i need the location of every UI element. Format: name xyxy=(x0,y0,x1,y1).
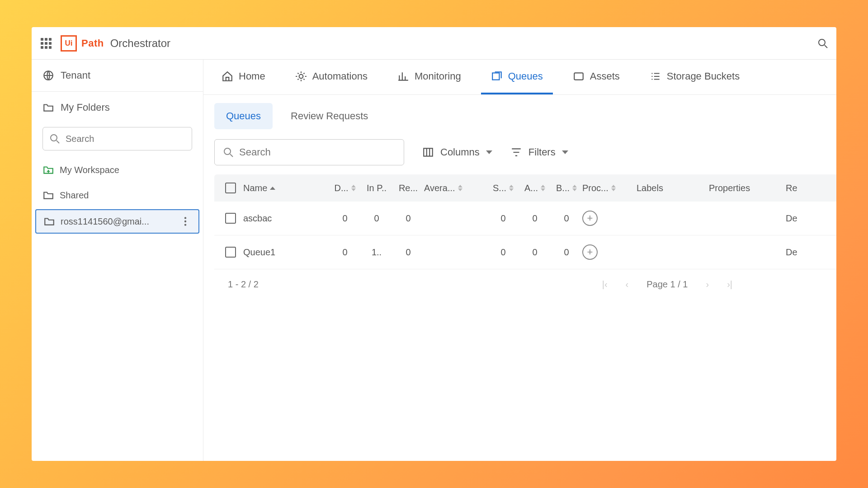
tenant-label: Tenant xyxy=(61,70,90,81)
svg-rect-13 xyxy=(424,148,433,156)
assets-icon xyxy=(573,70,585,82)
svg-rect-9 xyxy=(492,73,499,80)
kebab-icon[interactable] xyxy=(179,216,191,227)
nav-tabs: Home Automations Monitoring Queues Asset… xyxy=(203,60,836,95)
col-s[interactable]: S... xyxy=(487,183,519,193)
cell: 0 xyxy=(564,213,569,224)
chevron-down-icon xyxy=(486,150,492,154)
cell: 0 xyxy=(532,247,537,258)
tab-home[interactable]: Home xyxy=(212,60,275,94)
sidebar-search-input[interactable] xyxy=(66,134,185,144)
sidebar-item-shared[interactable]: Shared xyxy=(35,184,199,206)
table-search[interactable] xyxy=(214,139,404,165)
subtab-review-requests[interactable]: Review Requests xyxy=(279,103,380,129)
cell: 0 xyxy=(500,213,505,224)
col-inp[interactable]: In P.. xyxy=(361,183,392,193)
sort-icon xyxy=(611,185,616,191)
cell: De xyxy=(786,213,797,224)
app-title: Orchestrator xyxy=(110,37,170,50)
sidebar-tenant[interactable]: Tenant xyxy=(32,60,203,92)
col-re[interactable]: Re... xyxy=(392,183,424,193)
sort-asc-icon xyxy=(270,187,275,190)
columns-label: Columns xyxy=(440,146,480,158)
global-search-icon[interactable] xyxy=(817,38,828,49)
filter-icon xyxy=(510,146,522,158)
svg-point-8 xyxy=(299,74,303,78)
cell: 0 xyxy=(342,213,347,224)
sidebar-search[interactable] xyxy=(42,127,192,150)
folder-icon xyxy=(42,189,54,201)
tab-automations[interactable]: Automations xyxy=(285,60,377,94)
table-search-input[interactable] xyxy=(239,146,396,158)
row-checkbox[interactable] xyxy=(218,247,243,258)
add-process-icon[interactable]: + xyxy=(582,211,598,226)
sidebar-my-folders[interactable]: My Folders xyxy=(32,92,203,123)
add-process-icon[interactable]: + xyxy=(582,244,598,260)
col-labels[interactable]: Labels xyxy=(637,183,709,193)
filters-button[interactable]: Filters xyxy=(510,146,568,158)
col-a[interactable]: A... xyxy=(519,183,551,193)
pager-last-icon[interactable]: ›| xyxy=(727,279,732,290)
svg-point-0 xyxy=(819,39,825,46)
folder-label: My Workspace xyxy=(60,165,119,175)
main: Home Automations Monitoring Queues Asset… xyxy=(203,60,836,461)
pager-first-icon[interactable]: |‹ xyxy=(602,279,608,290)
svg-line-1 xyxy=(825,45,827,48)
sort-icon xyxy=(458,185,462,191)
toolbar: Columns Filters xyxy=(203,133,836,174)
body: Tenant My Folders My Workspace Shared xyxy=(32,60,836,461)
pager-page: Page 1 / 1 xyxy=(646,279,688,290)
workspace-icon xyxy=(42,164,54,176)
sidebar-item-user-folder[interactable]: ross1141560@gmai... xyxy=(35,209,199,234)
col-avg[interactable]: Avera... xyxy=(424,183,487,193)
uipath-logo-icon: Ui xyxy=(61,35,77,52)
my-folders-label: My Folders xyxy=(61,102,110,113)
tab-queues[interactable]: Queues xyxy=(481,60,553,94)
subtab-queues[interactable]: Queues xyxy=(214,103,273,129)
svg-point-7 xyxy=(184,224,186,225)
columns-button[interactable]: Columns xyxy=(422,146,492,158)
gear-icon xyxy=(295,70,307,82)
col-proc[interactable]: Proc... xyxy=(582,183,637,193)
app-launcher-icon[interactable] xyxy=(40,37,52,50)
svg-point-11 xyxy=(224,148,231,155)
svg-point-3 xyxy=(51,135,57,141)
brand: Ui Path Orchestrator xyxy=(61,35,170,52)
cell: 0 xyxy=(532,213,537,224)
tab-storage-buckets[interactable]: Storage Buckets xyxy=(640,60,750,94)
chart-icon xyxy=(397,70,409,82)
cell-name: ascbac xyxy=(243,213,272,224)
table-row[interactable]: Queue1 0 1.. 0 0 0 0 + De xyxy=(214,235,836,269)
tab-assets[interactable]: Assets xyxy=(563,60,630,94)
sort-icon xyxy=(351,185,356,191)
search-icon xyxy=(49,133,60,144)
search-icon xyxy=(223,147,234,158)
col-re2[interactable]: Re xyxy=(786,183,813,193)
folder-list: My Workspace Shared ross1141560@gmai... xyxy=(32,159,203,234)
tab-label: Home xyxy=(239,70,265,82)
brand-text: Path xyxy=(81,38,104,49)
sidebar-item-my-workspace[interactable]: My Workspace xyxy=(35,159,199,181)
col-properties[interactable]: Properties xyxy=(709,183,786,193)
table-header-row: Name D... In P.. Re... Avera... S... A..… xyxy=(214,174,836,202)
svg-line-4 xyxy=(57,141,59,143)
tab-monitoring[interactable]: Monitoring xyxy=(387,60,471,94)
pager-next-icon[interactable]: › xyxy=(706,279,709,290)
col-b[interactable]: B... xyxy=(551,183,582,193)
tab-label: Monitoring xyxy=(415,70,461,82)
table-row[interactable]: ascbac 0 0 0 0 0 0 + De xyxy=(214,202,836,235)
sidebar: Tenant My Folders My Workspace Shared xyxy=(32,60,203,461)
col-name[interactable]: Name xyxy=(243,183,329,193)
col-d[interactable]: D... xyxy=(329,183,361,193)
folder-icon xyxy=(43,216,55,227)
svg-point-6 xyxy=(184,221,186,222)
pager-range: 1 - 2 / 2 xyxy=(228,279,259,290)
tenant-icon xyxy=(42,70,54,81)
folder-label: ross1141560@gmai... xyxy=(61,216,149,227)
svg-point-5 xyxy=(184,217,186,219)
row-checkbox[interactable] xyxy=(218,213,243,224)
select-all[interactable] xyxy=(218,183,243,193)
pager-prev-icon[interactable]: ‹ xyxy=(626,279,629,290)
sub-tabs: Queues Review Requests xyxy=(203,95,836,133)
sort-icon xyxy=(572,185,577,191)
